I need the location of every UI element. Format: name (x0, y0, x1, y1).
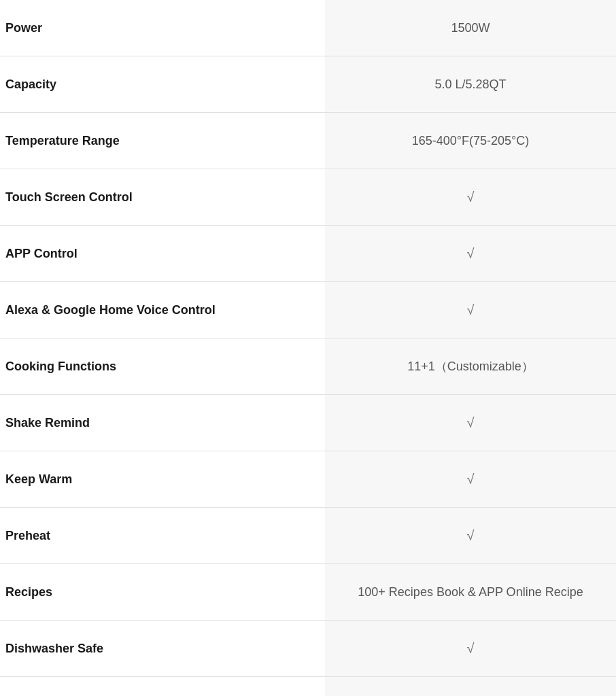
spec-label-capacity: Capacity (0, 64, 325, 105)
checkmark-icon: √ (467, 246, 475, 262)
spec-value-keep-warm: √ (325, 451, 616, 507)
spec-label-preheat: Preheat (0, 515, 325, 557)
spec-value-recipes: 100+ Recipes Book & APP Online Recipe (325, 564, 616, 620)
checkmark-icon: √ (467, 302, 475, 318)
spec-label-automatic-shut-off: Automatic Shut-Off (0, 684, 325, 697)
spec-label-touch-screen-control: Touch Screen Control (0, 177, 325, 218)
spec-value-automatic-shut-off: √ (325, 677, 616, 696)
checkmark-icon: √ (467, 415, 475, 431)
spec-label-power: Power (0, 7, 325, 49)
spec-label-dishwasher-safe: Dishwasher Safe (0, 628, 325, 669)
checkmark-icon: √ (467, 472, 475, 487)
spec-value-capacity: 5.0 L/5.28QT (325, 56, 616, 112)
spec-row-app-control: APP Control√ (0, 226, 616, 282)
spec-row-automatic-shut-off: Automatic Shut-Off√ (0, 677, 616, 696)
spec-row-preheat: Preheat√ (0, 508, 616, 564)
spec-value-app-control: √ (325, 226, 616, 281)
spec-row-temperature-range: Temperature Range165-400°F(75-205°C) (0, 113, 616, 169)
spec-label-alexa-google: Alexa & Google Home Voice Control (0, 290, 325, 331)
spec-row-power: Power1500W (0, 0, 616, 56)
spec-label-keep-warm: Keep Warm (0, 459, 325, 500)
spec-label-recipes: Recipes (0, 572, 325, 613)
spec-value-touch-screen-control: √ (325, 169, 616, 225)
checkmark-icon: √ (467, 528, 475, 544)
spec-value-power: 1500W (325, 0, 616, 56)
spec-value-shake-remind: √ (325, 395, 616, 451)
spec-row-keep-warm: Keep Warm√ (0, 451, 616, 508)
spec-label-app-control: APP Control (0, 233, 325, 275)
spec-value-cooking-functions: 11+1（Customizable） (325, 338, 616, 394)
spec-row-alexa-google: Alexa & Google Home Voice Control√ (0, 282, 616, 338)
checkmark-icon: √ (467, 190, 475, 205)
spec-row-dishwasher-safe: Dishwasher Safe√ (0, 621, 616, 677)
spec-table: Power1500WCapacity5.0 L/5.28QTTemperatur… (0, 0, 616, 696)
spec-row-touch-screen-control: Touch Screen Control√ (0, 169, 616, 226)
checkmark-icon: √ (467, 641, 475, 657)
spec-label-temperature-range: Temperature Range (0, 120, 325, 162)
spec-row-shake-remind: Shake Remind√ (0, 395, 616, 451)
spec-label-shake-remind: Shake Remind (0, 402, 325, 444)
spec-value-temperature-range: 165-400°F(75-205°C) (325, 113, 616, 169)
spec-value-dishwasher-safe: √ (325, 621, 616, 676)
spec-row-recipes: Recipes100+ Recipes Book & APP Online Re… (0, 564, 616, 621)
spec-value-preheat: √ (325, 508, 616, 563)
spec-row-cooking-functions: Cooking Functions11+1（Customizable） (0, 338, 616, 395)
spec-label-cooking-functions: Cooking Functions (0, 346, 325, 387)
spec-row-capacity: Capacity5.0 L/5.28QT (0, 56, 616, 113)
spec-value-alexa-google: √ (325, 282, 616, 338)
